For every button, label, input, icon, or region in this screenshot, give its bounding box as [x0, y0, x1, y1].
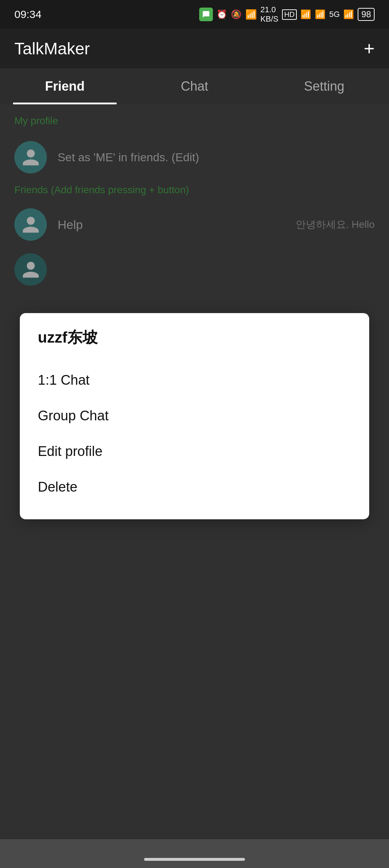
- alarm-icon: ⏰: [216, 9, 227, 19]
- home-indicator: [144, 858, 245, 861]
- add-button[interactable]: +: [364, 39, 375, 58]
- menu-item-delete[interactable]: Delete: [38, 469, 351, 505]
- battery-icon: 98: [358, 8, 375, 21]
- tab-friend[interactable]: Friend: [0, 68, 130, 104]
- menu-item-1-1-chat[interactable]: 1:1 Chat: [38, 362, 351, 398]
- 5g-icon: 5G: [329, 10, 340, 19]
- menu-item-group-chat[interactable]: Group Chat: [38, 398, 351, 434]
- tab-setting[interactable]: Setting: [259, 68, 389, 104]
- signal-icon: 📶: [315, 9, 326, 19]
- context-menu-title: uzzf东坡: [38, 327, 351, 348]
- menu-divider-1: [38, 355, 351, 355]
- app-header: TalkMaker +: [0, 29, 389, 68]
- context-menu: uzzf东坡 1:1 Chat Group Chat Edit profile …: [20, 313, 369, 519]
- bluetooth-icon: 📶: [245, 9, 257, 20]
- tab-chat[interactable]: Chat: [130, 68, 259, 104]
- tab-bar: Friend Chat Setting: [0, 68, 389, 104]
- status-time: 09:34: [14, 8, 41, 21]
- status-icons: ⏰ 🔕 📶 21.0KB/S HD 📶 📶 5G 📶 98: [199, 5, 375, 24]
- menu-item-edit-profile[interactable]: Edit profile: [38, 434, 351, 469]
- mute-icon: 🔕: [231, 9, 242, 19]
- hd-icon: HD: [282, 9, 297, 20]
- app-title: TalkMaker: [14, 39, 90, 58]
- message-icon: [199, 8, 213, 21]
- wifi-icon: 📶: [300, 9, 311, 19]
- data-speed: 21.0KB/S: [260, 5, 278, 24]
- signal2-icon: 📶: [343, 9, 354, 19]
- main-overlay-wrapper: My profile Set as 'ME' in friends. (Edit…: [0, 104, 389, 839]
- status-bar: 09:34 ⏰ 🔕 📶 21.0KB/S HD 📶 📶 5G 📶 98: [0, 0, 389, 29]
